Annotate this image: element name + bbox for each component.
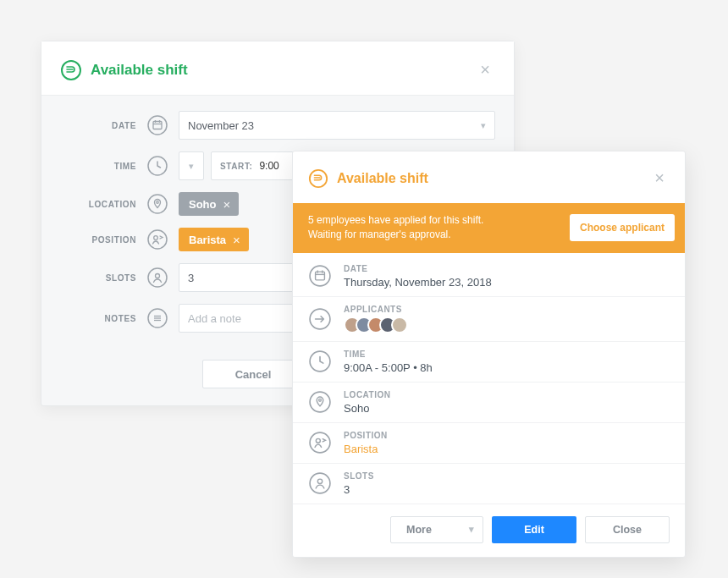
value-time: 9:00A - 5:00P • 8h: [344, 361, 433, 374]
clock-icon: [308, 350, 332, 373]
detail-row-time: TIME 9:00A - 5:00P • 8h: [293, 342, 685, 383]
avatar: [391, 317, 408, 333]
svg-point-0: [62, 61, 80, 80]
label-position: POSITION: [344, 431, 388, 440]
detail-row-date: DATE Thursday, November 23, 2018: [293, 256, 685, 297]
close-icon[interactable]: ×: [649, 165, 670, 191]
brand-icon: [308, 168, 328, 189]
modal-title: Available shift: [337, 171, 428, 186]
close-icon[interactable]: ×: [475, 57, 495, 83]
date-select-value: November 23: [188, 119, 254, 132]
svg-point-18: [310, 266, 330, 286]
position-tag[interactable]: Barista ×: [179, 228, 249, 251]
label-time: TIME: [344, 350, 433, 359]
applicant-avatars: [344, 317, 408, 333]
available-shift-detail-modal: Available shift × 5 employees have appli…: [292, 151, 686, 558]
svg-rect-19: [316, 272, 325, 280]
svg-rect-2: [153, 122, 162, 129]
chevron-down-icon: ▾: [189, 161, 194, 172]
label-slots: SLOTS: [344, 471, 374, 481]
svg-point-30: [317, 479, 322, 483]
detail-row-location: LOCATION Soho: [293, 383, 685, 423]
choose-applicant-button[interactable]: Choose applicant: [570, 214, 675, 241]
position-icon: [308, 431, 332, 454]
position-icon: [146, 228, 168, 250]
time-type-select[interactable]: ▾: [179, 151, 204, 180]
banner-line-1: 5 employees have applied for this shift.: [308, 213, 483, 228]
location-tag[interactable]: Soho ×: [179, 192, 239, 216]
more-button-label: More: [406, 524, 432, 536]
banner-text: 5 employees have applied for this shift.…: [308, 213, 483, 243]
calendar-icon: [146, 114, 168, 136]
modal-title-wrap: Available shift: [60, 59, 188, 81]
form-row-date: DATE November 23 ▾: [60, 111, 495, 140]
more-button[interactable]: More ▾: [390, 516, 483, 543]
detail-row-applicants: APPLICANTS: [293, 297, 685, 342]
location-tag-label: Soho: [189, 198, 217, 211]
modal-footer: More ▾ Edit Close: [293, 504, 685, 557]
svg-point-26: [319, 399, 322, 402]
svg-point-25: [310, 392, 330, 412]
label-notes: NOTES: [60, 314, 136, 323]
cancel-button[interactable]: Cancel: [202, 360, 304, 388]
label-applicants: APPLICANTS: [344, 305, 408, 314]
brand-icon: [60, 59, 82, 81]
chevron-down-icon: ▾: [469, 524, 474, 535]
label-date: DATE: [344, 264, 492, 273]
label-date: DATE: [60, 121, 136, 130]
modal-title-wrap: Available shift: [308, 168, 428, 189]
pin-icon: [308, 390, 332, 414]
person-icon: [308, 471, 332, 495]
label-location: LOCATION: [60, 200, 136, 209]
chevron-down-icon: ▾: [481, 120, 486, 131]
pin-icon: [146, 193, 168, 215]
date-select[interactable]: November 23 ▾: [179, 111, 495, 140]
arrow-right-icon: [308, 307, 332, 331]
svg-point-12: [156, 274, 160, 278]
label-time: TIME: [60, 162, 136, 171]
detail-row-position: POSITION Barista: [293, 423, 685, 464]
person-icon: [146, 267, 168, 289]
time-start-label: START:: [220, 162, 252, 171]
svg-point-28: [316, 439, 320, 443]
tag-remove-icon[interactable]: ×: [233, 233, 240, 247]
modal-header: Available shift ×: [293, 151, 685, 203]
svg-point-8: [157, 201, 159, 204]
clock-icon: [146, 155, 168, 177]
slots-value: 3: [188, 272, 194, 284]
calendar-icon: [308, 264, 332, 288]
value-date: Thursday, November 23, 2018: [344, 276, 492, 289]
svg-point-17: [310, 169, 327, 186]
close-button[interactable]: Close: [585, 516, 670, 543]
modal-header: Available shift ×: [41, 41, 514, 96]
label-location: LOCATION: [344, 390, 390, 399]
notes-icon: [146, 307, 168, 329]
svg-point-10: [154, 236, 158, 240]
modal-title: Available shift: [91, 62, 188, 79]
value-location: Soho: [344, 402, 390, 415]
modal-body: DATE Thursday, November 23, 2018 APPLICA…: [293, 253, 685, 504]
value-slots: 3: [344, 483, 374, 496]
banner-line-2: Waiting for manager's approval.: [308, 228, 483, 242]
svg-point-7: [148, 195, 167, 213]
detail-row-slots: SLOTS 3: [293, 464, 685, 504]
label-position: POSITION: [60, 235, 136, 245]
edit-button[interactable]: Edit: [492, 516, 576, 543]
tag-remove-icon[interactable]: ×: [223, 197, 231, 212]
label-slots: SLOTS: [60, 273, 136, 283]
position-tag-label: Barista: [189, 234, 226, 246]
applicant-banner: 5 employees have applied for this shift.…: [293, 203, 685, 253]
svg-point-1: [148, 116, 167, 135]
time-start-value: 9:00: [259, 160, 279, 172]
value-position: Barista: [344, 443, 388, 455]
